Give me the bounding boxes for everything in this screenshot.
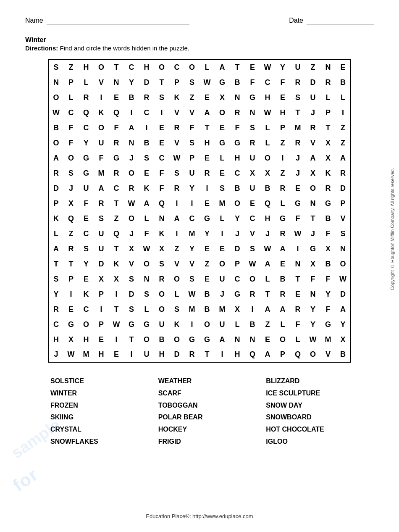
grid-cell: W bbox=[139, 241, 154, 256]
word-item: FRIGID bbox=[158, 437, 266, 447]
grid-cell: P bbox=[230, 256, 245, 271]
grid-cell: B bbox=[320, 211, 336, 226]
grid-cell: N bbox=[290, 256, 305, 271]
grid-cell: T bbox=[260, 287, 275, 302]
grid-cell: O bbox=[245, 271, 260, 287]
grid-cell: E bbox=[290, 181, 305, 196]
grid-cell: P bbox=[94, 287, 109, 302]
grid-cell: W bbox=[124, 196, 139, 211]
grid-cell: I bbox=[169, 196, 184, 211]
grid-cell: F bbox=[79, 196, 94, 211]
grid-cell: F bbox=[94, 150, 109, 166]
grid-cell: Q bbox=[245, 347, 260, 362]
grid-cell: V bbox=[305, 135, 320, 150]
grid-cell: A bbox=[48, 150, 63, 166]
grid-cell: C bbox=[48, 317, 63, 332]
grid-cell: R bbox=[305, 120, 320, 135]
grid-cell: W bbox=[305, 332, 320, 347]
date-label: Date bbox=[289, 17, 303, 24]
grid-cell: X bbox=[109, 271, 124, 287]
grid-cell: L bbox=[275, 317, 290, 332]
grid-cell: A bbox=[169, 211, 184, 226]
grid-cell: C bbox=[109, 181, 124, 196]
grid-cell: I bbox=[245, 302, 260, 317]
grid-cell: N bbox=[109, 75, 124, 90]
grid-cell: F bbox=[154, 181, 169, 196]
grid-cell: T bbox=[124, 332, 139, 347]
grid-container: SZHOTCHOCOLATEWYUZNENPLVNYDTPSWGBFCFRDRB… bbox=[25, 59, 374, 363]
grid-cell: U bbox=[94, 135, 109, 150]
grid-cell: F bbox=[63, 135, 79, 150]
grid-cell: B bbox=[320, 256, 336, 271]
date-field: Date bbox=[289, 17, 374, 24]
page: for sample Copyright © Houghton Mifflin … bbox=[0, 0, 399, 532]
grid-cell: L bbox=[260, 135, 275, 150]
grid-cell: Z bbox=[275, 135, 290, 150]
grid-cell: O bbox=[275, 332, 290, 347]
grid-cell: W bbox=[48, 105, 63, 120]
grid-cell: S bbox=[154, 90, 169, 105]
grid-cell: G bbox=[230, 287, 245, 302]
grid-cell: X bbox=[154, 241, 169, 256]
grid-cell: N bbox=[336, 241, 351, 256]
grid-cell: R bbox=[79, 90, 94, 105]
grid-cell: T bbox=[305, 211, 320, 226]
grid-cell: R bbox=[290, 75, 305, 90]
grid-cell: E bbox=[154, 135, 169, 150]
grid-cell: X bbox=[215, 90, 230, 105]
grid-cell: Q bbox=[260, 196, 275, 211]
grid-cell: R bbox=[200, 166, 215, 181]
grid-cell: N bbox=[139, 271, 154, 287]
grid-cell: E bbox=[109, 347, 124, 362]
grid-cell: L bbox=[200, 60, 215, 75]
grid-cell: B bbox=[260, 181, 275, 196]
grid-cell: E bbox=[63, 302, 79, 317]
grid-cell: O bbox=[124, 211, 139, 226]
grid-cell: R bbox=[336, 166, 351, 181]
grid-cell: O bbox=[154, 302, 169, 317]
grid-cell: F bbox=[63, 120, 79, 135]
grid-cell: U bbox=[184, 166, 200, 181]
grid-cell: W bbox=[245, 256, 260, 271]
grid-cell: B bbox=[139, 135, 154, 150]
grid-cell: A bbox=[124, 120, 139, 135]
grid-cell: Y bbox=[336, 317, 351, 332]
grid-cell: S bbox=[245, 241, 260, 256]
grid-cell: R bbox=[290, 135, 305, 150]
grid-cell: Y bbox=[184, 241, 200, 256]
grid-cell: C bbox=[184, 211, 200, 226]
grid-cell: L bbox=[79, 75, 94, 90]
grid-cell: W bbox=[200, 75, 215, 90]
grid-cell: Y bbox=[79, 256, 94, 271]
grid-cell: K bbox=[169, 90, 184, 105]
word-item: CRYSTAL bbox=[50, 424, 158, 435]
grid-cell: F bbox=[305, 271, 320, 287]
grid-cell: R bbox=[275, 226, 290, 241]
grid-cell: E bbox=[215, 241, 230, 256]
grid-cell: S bbox=[48, 60, 63, 75]
grid-cell: E bbox=[275, 90, 290, 105]
grid-cell: R bbox=[139, 90, 154, 105]
word-column-2: BLIZZARDICE SCULPTURESNOW DAYSNOWBOARDHO… bbox=[266, 376, 374, 447]
word-item: TOBOGGAN bbox=[158, 400, 266, 411]
grid-cell: Q bbox=[109, 105, 124, 120]
grid-cell: O bbox=[184, 60, 200, 75]
grid-cell: O bbox=[139, 332, 154, 347]
grid-cell: B bbox=[200, 287, 215, 302]
grid-cell: M bbox=[184, 226, 200, 241]
grid-cell: E bbox=[79, 211, 94, 226]
grid-cell: H bbox=[260, 90, 275, 105]
grid-cell: W bbox=[109, 317, 124, 332]
grid-cell: W bbox=[336, 271, 351, 287]
grid-cell: K bbox=[79, 287, 94, 302]
grid-cell: D bbox=[305, 75, 320, 90]
grid-cell: P bbox=[94, 317, 109, 332]
grid-cell: D bbox=[230, 241, 245, 256]
grid-cell: S bbox=[48, 271, 63, 287]
grid-cell: C bbox=[79, 120, 94, 135]
grid-cell: H bbox=[154, 347, 169, 362]
grid-cell: C bbox=[79, 226, 94, 241]
grid-cell: K bbox=[154, 226, 169, 241]
grid-cell: B bbox=[230, 181, 245, 196]
grid-cell: U bbox=[305, 90, 320, 105]
